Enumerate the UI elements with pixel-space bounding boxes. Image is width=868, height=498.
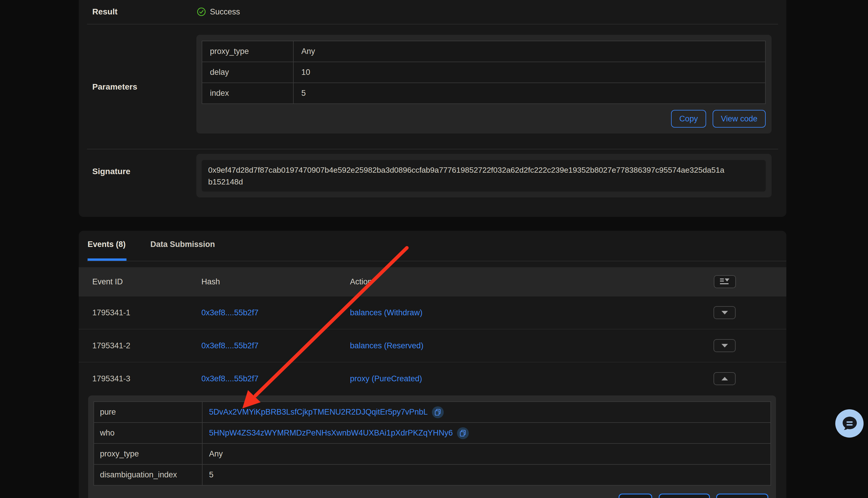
details-action-button[interactable]	[716, 494, 768, 498]
pure-address-link[interactable]: 5DvAx2VMYiKpBRB3LsfCjkpTMENU2R2DJQqitEr5…	[209, 408, 428, 417]
parameters-box: proxy_type Any delay 10 index 5 Copy Vie…	[196, 35, 772, 133]
chat-bubble-icon	[835, 409, 864, 437]
copy-icon	[459, 430, 466, 437]
events-card: Events (8) Data Submission Event ID Hash…	[79, 231, 786, 498]
divider	[87, 24, 778, 25]
event-id: 1795341-1	[92, 297, 130, 329]
param-key: index	[202, 83, 293, 103]
chevron-up-icon	[721, 377, 728, 381]
column-header-hash: Hash	[202, 267, 220, 297]
expand-row-button[interactable]	[713, 339, 736, 352]
copy-button[interactable]: Copy	[671, 110, 706, 128]
tabs-divider	[87, 261, 786, 261]
result-status-text: Success	[210, 8, 240, 16]
event-hash-link[interactable]: 0x3ef8....55b2f7	[202, 374, 259, 383]
column-header-event-id: Event ID	[92, 267, 123, 297]
event-id: 1795341-2	[92, 329, 130, 362]
sort-descending-icon	[720, 278, 730, 286]
table-row: pure 5DvAx2VMYiKpBRB3LsfCjkpTMENU2R2DJQq…	[94, 402, 770, 422]
extrinsic-summary-card: Result Success Parameters proxy_type Any…	[79, 0, 786, 217]
parameters-label: Parameters	[92, 82, 138, 92]
copy-address-button[interactable]	[432, 406, 444, 418]
signature-inner-box: 0x9ef47d28d7f87cab0197470907b4e592e25982…	[202, 160, 766, 192]
table-row: who 5HNpW4ZS34zWYMRMDzPeNHsXwnbW4UXBAi1p…	[94, 423, 770, 443]
event-action-link[interactable]: proxy (PureCreated)	[350, 374, 422, 383]
result-row: Result	[92, 0, 118, 24]
parameters-table: proxy_type Any delay 10 index 5	[202, 41, 766, 104]
signature-value: 0x9ef47d28d7f87cab0197470907b4e592e25982…	[208, 164, 727, 188]
event-details-table: pure 5DvAx2VMYiKpBRB3LsfCjkpTMENU2R2DJQq…	[93, 401, 771, 486]
events-table-header: Event ID Hash Action	[79, 267, 786, 297]
event-id: 1795341-3	[92, 363, 130, 395]
table-row: proxy_type Any	[94, 444, 770, 464]
result-label: Result	[92, 7, 118, 16]
chevron-down-icon	[721, 344, 728, 348]
success-check-icon	[197, 8, 206, 16]
collapse-row-button[interactable]	[713, 372, 736, 385]
divider	[87, 149, 778, 149]
view-code-button[interactable]: View code	[713, 110, 766, 128]
details-action-button[interactable]	[619, 494, 652, 498]
result-status: Success	[197, 0, 240, 24]
table-row: delay 10	[202, 62, 765, 82]
table-row: disambiguation_index 5	[94, 465, 770, 485]
table-row: proxy_type Any	[202, 41, 765, 62]
param-value: 5	[294, 83, 765, 103]
sort-button[interactable]	[714, 275, 736, 288]
column-header-action: Action	[350, 267, 372, 297]
tab-data-submission[interactable]: Data Submission	[150, 231, 215, 258]
who-address-link[interactable]: 5HNpW4ZS34zWYMRMDzPeNHsXwnbW4UXBAi1pXdrP…	[209, 429, 453, 437]
event-action-link[interactable]: balances (Withdraw)	[350, 308, 423, 317]
parameters-actions: Copy View code	[671, 110, 766, 128]
detail-key: pure	[94, 402, 202, 422]
event-hash-link[interactable]: 0x3ef8....55b2f7	[202, 308, 259, 317]
chat-fab-button[interactable]	[835, 409, 864, 437]
signature-box: 0x9ef47d28d7f87cab0197470907b4e592e25982…	[196, 154, 772, 197]
param-value: 10	[294, 62, 765, 82]
events-table-body: 1795341-1 0x3ef8....55b2f7 balances (Wit…	[79, 297, 786, 395]
table-row: 1795341-2 0x3ef8....55b2f7 balances (Res…	[79, 329, 786, 363]
table-row: 1795341-3 0x3ef8....55b2f7 proxy (PureCr…	[79, 363, 786, 395]
detail-value: 5	[203, 465, 770, 485]
detail-key: disambiguation_index	[94, 465, 202, 485]
param-key: proxy_type	[202, 41, 293, 62]
table-row: 1795341-1 0x3ef8....55b2f7 balances (Wit…	[79, 297, 786, 329]
detail-key: proxy_type	[94, 444, 202, 464]
tab-events[interactable]: Events (8)	[88, 231, 126, 258]
detail-value: Any	[203, 444, 770, 464]
event-hash-link[interactable]: 0x3ef8....55b2f7	[202, 341, 259, 350]
chevron-down-icon	[721, 311, 728, 315]
event-action-link[interactable]: balances (Reserved)	[350, 341, 423, 350]
extrinsic-detail-page: Result Success Parameters proxy_type Any…	[0, 0, 868, 498]
signature-label: Signature	[92, 167, 130, 176]
parameters-row: Parameters	[92, 25, 138, 149]
expand-row-button[interactable]	[713, 306, 736, 319]
event-details-panel: pure 5DvAx2VMYiKpBRB3LsfCjkpTMENU2R2DJQq…	[88, 395, 776, 498]
table-row: index 5	[202, 83, 765, 103]
signature-row: Signature	[92, 149, 130, 194]
details-action-button[interactable]	[659, 494, 710, 498]
param-key: delay	[202, 62, 293, 82]
detail-key: who	[94, 423, 202, 443]
param-value: Any	[294, 41, 765, 62]
copy-address-button[interactable]	[457, 427, 469, 439]
copy-icon	[435, 409, 441, 416]
